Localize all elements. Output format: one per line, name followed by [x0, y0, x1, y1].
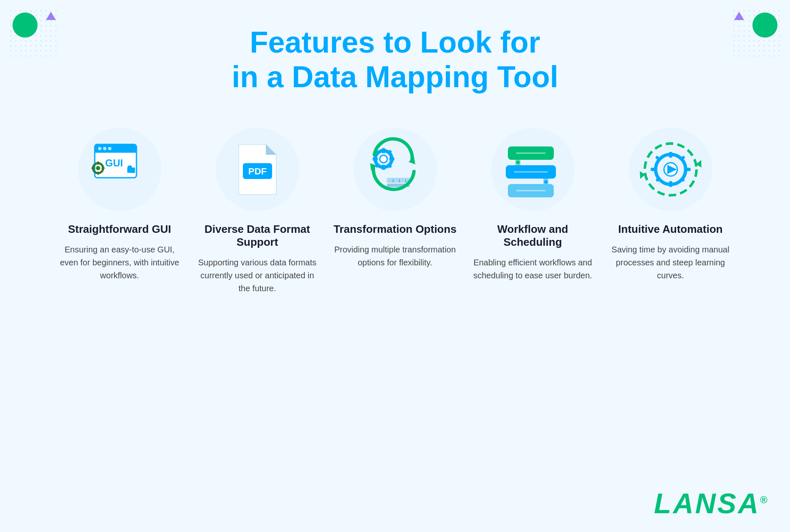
deco-circle-green-topleft: [13, 13, 38, 38]
header: Features to Look for in a Data Mapping T…: [0, 0, 790, 111]
card-gui: GUI Strai: [57, 128, 182, 282]
svg-rect-10: [97, 171, 99, 175]
svg-point-3: [98, 147, 101, 150]
svg-rect-11: [91, 167, 95, 169]
card-gui-desc: Ensuring an easy-to-use GUI, even for be…: [57, 243, 182, 282]
icon-automation: [629, 128, 712, 211]
svg-rect-52: [651, 168, 656, 171]
card-pdf: PDF Diverse Data Format Support Supporti…: [195, 128, 320, 295]
lansa-logo: LANSA®: [654, 487, 769, 519]
svg-rect-26: [382, 165, 385, 170]
icon-transform: [353, 128, 437, 211]
svg-point-8: [96, 166, 100, 170]
svg-rect-51: [669, 181, 672, 187]
svg-point-43: [516, 161, 520, 164]
cards-container: GUI Strai: [0, 119, 790, 303]
svg-rect-18: [387, 178, 410, 183]
card-automation: Intuitive Automation Saving time by avoi…: [608, 128, 733, 282]
svg-rect-53: [685, 168, 691, 171]
deco-circle-green-topright: [752, 13, 777, 38]
card-workflow: Workflow and Scheduling Enabling efficie…: [470, 128, 596, 282]
card-pdf-title: Diverse Data Format Support: [195, 223, 320, 249]
svg-text:PDF: PDF: [248, 166, 267, 176]
card-automation-title: Intuitive Automation: [618, 223, 722, 236]
card-transform-title: Transformation Options: [333, 223, 457, 236]
svg-point-4: [103, 147, 106, 150]
deco-triangle-topright: [734, 12, 744, 20]
svg-point-44: [544, 180, 548, 184]
svg-point-5: [108, 147, 111, 150]
icon-gui: GUI: [78, 128, 162, 211]
page-title: Features to Look for in a Data Mapping T…: [0, 25, 790, 94]
svg-rect-25: [382, 148, 385, 153]
svg-text:GUI: GUI: [105, 157, 123, 169]
svg-point-24: [380, 155, 387, 163]
icon-pdf: PDF: [216, 128, 299, 211]
card-automation-desc: Saving time by avoiding manual processes…: [608, 243, 733, 282]
icon-workflow: [491, 128, 575, 211]
svg-rect-28: [389, 157, 394, 161]
deco-triangle-topleft: [46, 12, 56, 20]
card-workflow-title: Workflow and Scheduling: [470, 223, 596, 249]
card-pdf-desc: Supporting various data formats currentl…: [195, 256, 320, 295]
svg-rect-50: [669, 152, 672, 158]
card-workflow-desc: Enabling efficient workflows and schedul…: [470, 256, 596, 282]
svg-rect-27: [373, 157, 378, 161]
svg-rect-12: [101, 167, 105, 169]
card-transform-desc: Providing multiple transformation option…: [333, 243, 458, 269]
card-gui-title: Straightforward GUI: [68, 223, 171, 236]
card-transform: Transformation Options Providing multipl…: [333, 128, 458, 269]
svg-point-15: [129, 166, 132, 168]
